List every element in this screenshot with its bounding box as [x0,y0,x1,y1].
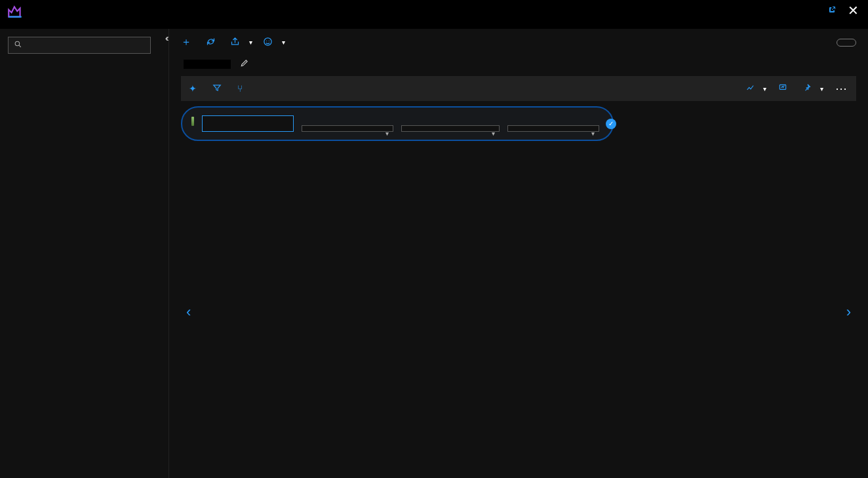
page-title [29,3,88,14]
storage-account-icon [191,117,194,126]
new-chart-button[interactable]: ＋ [181,35,195,49]
more-options-button[interactable]: ⋯ [835,81,848,96]
pin-icon [803,83,812,94]
svg-point-2 [266,40,267,41]
svg-point-1 [264,37,271,45]
add-metric-button[interactable]: ✦ [189,83,201,94]
chart-title [181,60,233,69]
search-icon [14,40,22,50]
namespace-dropdown[interactable]: ▾ [302,125,393,132]
redacted-resource-name [184,60,231,69]
share-icon [230,37,240,49]
smiley-icon [263,37,273,49]
edit-title-button[interactable] [240,58,249,70]
split-icon: ⑂ [237,84,243,94]
chevron-down-icon: ▾ [385,130,389,137]
documentation-link[interactable] [825,6,836,16]
chevron-down-icon: ▾ [820,85,823,92]
metrics-logo-icon [7,3,24,22]
feedback-button[interactable]: ▾ [263,37,285,49]
add-metric-icon: ✦ [189,83,197,94]
top-toolbar: ＋ ▾ ▾ [169,29,868,56]
add-filter-button[interactable] [212,83,226,94]
pin-to-dashboard-button[interactable]: ▾ [803,83,823,94]
resource-dropdown[interactable]: xxxxxxxxxx [202,115,294,132]
plus-icon: ＋ [181,35,191,49]
line-chart-icon [746,83,755,94]
chevron-down-icon: ▾ [763,85,766,92]
close-button[interactable]: ✕ [845,3,861,18]
apply-splitting-button[interactable]: ⑂ [237,84,247,94]
chevron-down-icon: ▾ [249,39,252,46]
chevron-down-icon: ▾ [591,130,595,137]
chart-type-dropdown[interactable]: ▾ [746,83,766,94]
share-button[interactable]: ▾ [230,37,252,49]
sidebar: ‹‹ [0,29,169,478]
sidebar-search[interactable] [8,37,151,54]
alert-icon [778,83,787,94]
filter-icon [212,83,222,94]
chart-toolbar: ✦ ⑂ ▾ [181,76,856,101]
aggregation-dropdown[interactable]: ▾ [507,125,599,132]
metric-picker: xxxxxxxxxx ▾ ▾ ▾ ✓ [181,106,614,141]
confirm-metric-button[interactable]: ✓ [606,119,616,129]
line-chart[interactable] [182,146,855,478]
new-alert-rule-button[interactable] [778,83,791,94]
refresh-button[interactable] [206,37,220,49]
search-input[interactable] [26,41,145,50]
chevron-down-icon: ▾ [282,39,285,46]
page-header: ✕ [0,0,868,29]
svg-point-0 [15,41,20,45]
refresh-icon [206,37,216,49]
time-range-picker[interactable] [837,39,856,47]
main-content: ＋ ▾ ▾ [169,29,868,478]
redacted-resource-name [29,3,85,14]
chevron-down-icon: ▾ [492,130,495,137]
metric-dropdown[interactable]: ▾ [401,125,500,132]
external-link-icon [828,6,836,16]
svg-point-3 [269,40,269,41]
